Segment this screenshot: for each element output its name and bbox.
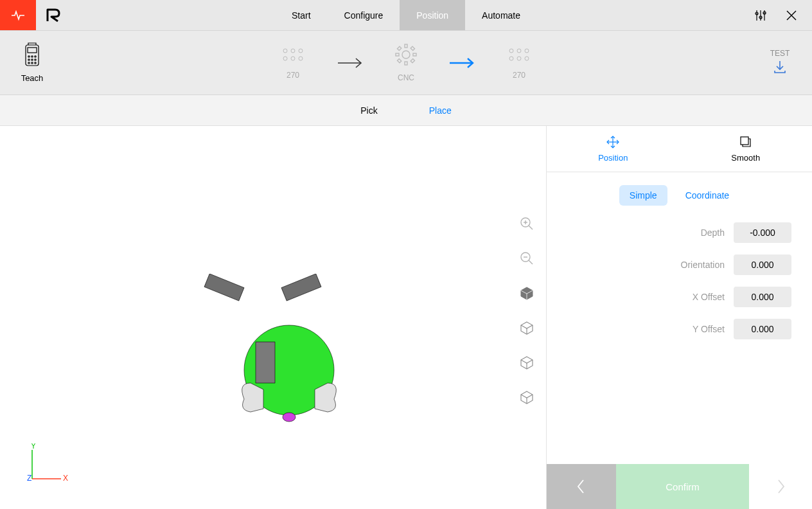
svg-line-48 <box>529 260 533 264</box>
svg-point-16 <box>28 62 30 64</box>
svg-rect-32 <box>410 46 414 50</box>
station-270-out[interactable]: 270 <box>506 46 532 80</box>
nav-tab-position[interactable]: Position <box>400 0 465 30</box>
arrow-right-icon <box>335 57 365 69</box>
label-orientation: Orientation <box>681 260 725 270</box>
svg-point-24 <box>299 57 303 60</box>
scene-render <box>199 274 366 441</box>
svg-point-41 <box>525 57 529 60</box>
teach-pendant-icon <box>22 42 42 68</box>
viewport-3d[interactable]: Y X Z <box>0 126 546 509</box>
label-yoffset: Y Offset <box>693 324 725 334</box>
station-label: 270 <box>280 71 306 80</box>
move-arrows-icon <box>606 135 620 149</box>
chevron-right-icon <box>775 478 786 496</box>
panel-tab-label: Position <box>598 153 628 163</box>
svg-point-17 <box>31 62 33 64</box>
input-yoffset[interactable]: 0.000 <box>734 319 791 339</box>
svg-rect-61 <box>204 274 244 301</box>
label-xoffset: X Offset <box>693 292 725 302</box>
svg-rect-27 <box>405 44 407 48</box>
nav-tab-automate[interactable]: Automate <box>465 0 537 30</box>
label-depth: Depth <box>701 228 725 238</box>
svg-point-11 <box>31 56 33 57</box>
next-button[interactable] <box>749 464 812 509</box>
svg-point-20 <box>291 49 295 53</box>
confirm-button[interactable]: Confirm <box>616 464 749 509</box>
tab-pick[interactable]: Pick <box>360 105 377 116</box>
nav-tab-configure[interactable]: Configure <box>328 0 400 30</box>
input-depth[interactable]: -0.000 <box>734 222 791 243</box>
gear-icon <box>394 43 418 66</box>
mode-simple[interactable]: Simple <box>619 185 667 206</box>
close-icon[interactable] <box>785 9 798 22</box>
svg-rect-60 <box>256 342 275 383</box>
svg-line-44 <box>529 226 533 229</box>
brand-logo <box>36 0 72 30</box>
station-label: CNC <box>394 73 418 82</box>
input-orientation[interactable]: 0.000 <box>734 254 791 275</box>
pulse-icon <box>11 8 25 22</box>
prev-button[interactable] <box>547 464 616 509</box>
svg-point-23 <box>291 57 295 60</box>
svg-point-59 <box>283 413 296 422</box>
svg-rect-33 <box>397 58 401 62</box>
svg-point-38 <box>525 49 529 53</box>
svg-point-15 <box>35 59 36 60</box>
station-270-in[interactable]: 270 <box>280 46 306 80</box>
cube-outline-icon-3[interactable] <box>519 389 534 405</box>
svg-text:X: X <box>63 474 68 483</box>
svg-point-39 <box>509 57 513 60</box>
settings-sliders-icon[interactable] <box>754 9 767 22</box>
test-button[interactable]: TEST <box>748 49 812 76</box>
svg-point-36 <box>509 49 513 53</box>
teach-label: Teach <box>0 73 64 83</box>
cube-outline-icon-1[interactable] <box>519 320 534 335</box>
teach-button[interactable]: Teach <box>0 42 64 83</box>
tab-place[interactable]: Place <box>429 105 452 116</box>
svg-rect-30 <box>413 53 416 56</box>
panel-tab-label: Smooth <box>731 153 760 163</box>
svg-point-10 <box>28 56 30 57</box>
svg-point-14 <box>31 59 33 60</box>
cube-solid-icon[interactable] <box>519 285 534 301</box>
svg-text:Y: Y <box>31 443 36 451</box>
svg-point-40 <box>517 57 521 60</box>
svg-point-12 <box>35 56 36 57</box>
svg-point-13 <box>28 59 30 60</box>
arrow-right-active-icon <box>447 57 477 69</box>
svg-point-21 <box>299 49 303 53</box>
svg-rect-62 <box>281 274 321 301</box>
svg-rect-29 <box>396 53 399 56</box>
svg-text:Z: Z <box>27 474 31 483</box>
svg-point-37 <box>517 49 521 53</box>
test-label: TEST <box>748 49 812 58</box>
station-cnc[interactable]: CNC <box>394 43 418 82</box>
logo-box[interactable] <box>0 0 36 30</box>
pallet-dots-icon <box>506 46 532 64</box>
mode-coordinate[interactable]: Coordinate <box>675 185 740 206</box>
pallet-dots-icon <box>280 46 306 64</box>
svg-rect-9 <box>28 48 37 53</box>
cube-outline-icon-2[interactable] <box>519 355 534 370</box>
panel-tab-smooth[interactable]: Smooth <box>680 126 813 172</box>
chevron-left-icon <box>576 478 587 496</box>
zoom-in-icon[interactable] <box>519 216 534 231</box>
svg-rect-31 <box>397 46 401 50</box>
nav-tab-start[interactable]: Start <box>275 0 328 30</box>
svg-rect-70 <box>741 137 748 145</box>
download-icon <box>772 59 788 75</box>
input-xoffset[interactable]: 0.000 <box>734 287 791 307</box>
station-label: 270 <box>506 71 532 80</box>
square-shadow-icon <box>739 135 753 149</box>
panel-tab-position[interactable]: Position <box>547 126 680 172</box>
zoom-out-icon[interactable] <box>519 251 534 266</box>
svg-rect-34 <box>410 58 414 62</box>
axis-triad: Y X Z <box>26 443 71 488</box>
svg-point-22 <box>283 57 287 60</box>
svg-point-18 <box>35 62 36 64</box>
svg-rect-28 <box>405 62 407 65</box>
svg-point-26 <box>402 51 410 58</box>
svg-point-19 <box>283 49 287 53</box>
